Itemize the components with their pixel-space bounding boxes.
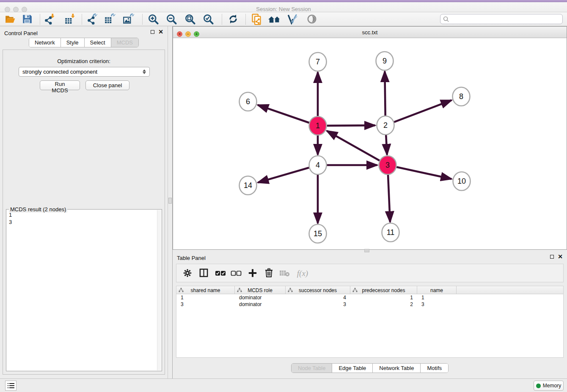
- create-column-button[interactable]: [247, 268, 259, 279]
- result-scrollbar[interactable]: [157, 210, 161, 370]
- table-row[interactable]: 3dominator323: [176, 301, 563, 308]
- cell-successor-nodes[interactable]: 4: [286, 294, 350, 301]
- edge-3-11[interactable]: [388, 174, 390, 222]
- function-builder-button[interactable]: f(x): [294, 268, 311, 279]
- column-header-name[interactable]: name: [417, 286, 457, 294]
- zoom-selected-button[interactable]: [202, 14, 214, 25]
- list-icon: [8, 383, 14, 389]
- cell-shared-name[interactable]: 1: [176, 294, 235, 301]
- network-window-titlebar: ×−+ scc.txt: [173, 27, 567, 38]
- node-14[interactable]: 14: [239, 176, 257, 195]
- export-network-button[interactable]: [86, 14, 98, 25]
- task-history-button[interactable]: [5, 381, 17, 391]
- cell-predecessor-nodes[interactable]: 2: [350, 301, 417, 308]
- run-mcds-button[interactable]: Run MCDS: [40, 80, 80, 90]
- cell-name[interactable]: 3: [417, 301, 457, 308]
- refresh-button[interactable]: [227, 14, 239, 25]
- cell-MCDS-role[interactable]: dominator: [235, 294, 286, 301]
- table-settings-button[interactable]: [182, 268, 193, 279]
- network-graph[interactable]: 7968124314101511: [173, 38, 567, 249]
- node-11[interactable]: 11: [382, 223, 399, 242]
- node-9[interactable]: 9: [376, 52, 394, 70]
- edge-2-3[interactable]: [386, 134, 387, 155]
- column-header-MCDS-role[interactable]: MCDS role: [235, 286, 286, 294]
- zoom-in-button[interactable]: [147, 14, 159, 25]
- mcds-result-title: MCDS result (2 nodes): [9, 206, 67, 213]
- edge-1-2[interactable]: [327, 125, 375, 126]
- table-body: 1dominator4113dominator323: [176, 294, 563, 308]
- node-15[interactable]: 15: [309, 224, 327, 243]
- delete-column-button[interactable]: [263, 268, 275, 279]
- svg-text:8: 8: [459, 92, 463, 101]
- zoom-out-button[interactable]: [165, 14, 177, 25]
- mcds-result-list: 1 3: [9, 211, 12, 226]
- tab-network-table[interactable]: Network Table: [373, 364, 421, 373]
- export-image-button[interactable]: [123, 14, 135, 25]
- tab-motifs[interactable]: Motifs: [421, 364, 448, 373]
- search-field[interactable]: [440, 14, 563, 24]
- edge-2-9[interactable]: [385, 71, 385, 116]
- tab-node-table[interactable]: Node Table: [292, 364, 333, 373]
- edge-3-1[interactable]: [327, 131, 380, 160]
- tab-select[interactable]: Select: [85, 38, 111, 47]
- node-4[interactable]: 4: [309, 156, 327, 174]
- zoom-in-icon: [148, 14, 159, 25]
- edge-3-10[interactable]: [396, 167, 451, 179]
- tab-style[interactable]: Style: [61, 38, 85, 47]
- optimization-criterion-select[interactable]: strongly connected component: [19, 67, 150, 77]
- show-columns-button[interactable]: [198, 268, 209, 279]
- select-all-columns-button[interactable]: [215, 268, 226, 279]
- node-8[interactable]: 8: [453, 87, 470, 106]
- float-panel-icon[interactable]: [151, 30, 154, 34]
- network-overview-button[interactable]: [267, 14, 282, 25]
- table-panel-window-buttons: ✕: [550, 255, 563, 259]
- vizmapper-button[interactable]: [286, 14, 298, 25]
- export-table-button[interactable]: [104, 14, 116, 25]
- vertical-splitter-grip[interactable]: [168, 198, 172, 204]
- cell-MCDS-role[interactable]: dominator: [235, 301, 286, 308]
- memory-button[interactable]: Memory: [534, 381, 564, 391]
- cell-shared-name[interactable]: 3: [176, 301, 235, 308]
- node-2[interactable]: 2: [377, 116, 394, 135]
- cell-name[interactable]: 1: [417, 294, 457, 301]
- column-header-shared-name[interactable]: shared name: [176, 286, 235, 294]
- horizontal-splitter-grip[interactable]: [364, 249, 369, 252]
- edge-2-8[interactable]: [394, 100, 451, 122]
- node-7[interactable]: 7: [309, 52, 327, 71]
- tab-mcds[interactable]: MCDS: [111, 38, 138, 47]
- column-type-icon: [288, 288, 293, 293]
- close-panel-button[interactable]: Close panel: [85, 80, 129, 90]
- node-table[interactable]: shared nameMCDS rolesuccessor nodesprede…: [176, 286, 564, 358]
- node-10[interactable]: 10: [453, 172, 471, 190]
- svg-text:14: 14: [244, 181, 252, 190]
- cell-successor-nodes[interactable]: 3: [286, 301, 350, 308]
- unchecked-boxes-icon: [231, 270, 242, 276]
- node-6[interactable]: 6: [239, 92, 257, 111]
- node-3[interactable]: 3: [379, 156, 396, 174]
- unselect-all-columns-button[interactable]: [230, 268, 242, 279]
- edge-4-14[interactable]: [258, 168, 309, 182]
- column-header-successor-nodes[interactable]: successor nodes: [286, 286, 350, 294]
- close-table-panel-icon[interactable]: ✕: [558, 255, 563, 259]
- search-input[interactable]: [451, 16, 559, 22]
- column-header-label: MCDS role: [248, 287, 272, 293]
- table-row[interactable]: 1dominator411: [176, 294, 563, 301]
- tab-edge-table[interactable]: Edge Table: [332, 364, 373, 373]
- float-table-panel-icon[interactable]: [550, 255, 554, 259]
- vizmapper-icon: [286, 14, 298, 25]
- import-network-button[interactable]: [44, 14, 55, 25]
- manage-networks-button[interactable]: [250, 14, 262, 25]
- open-session-button[interactable]: [4, 14, 16, 25]
- tab-network[interactable]: Network: [29, 38, 61, 47]
- node-1[interactable]: 1: [309, 116, 327, 135]
- save-session-button[interactable]: [21, 14, 33, 25]
- zoom-fit-button[interactable]: [184, 14, 196, 25]
- cell-predecessor-nodes[interactable]: 1: [350, 294, 417, 301]
- toolbar-separator: [222, 14, 222, 25]
- column-header-predecessor-nodes[interactable]: predecessor nodes: [350, 286, 417, 294]
- import-table-button[interactable]: [64, 14, 76, 25]
- close-panel-icon[interactable]: ✕: [158, 30, 163, 34]
- toggle-view-button[interactable]: [306, 14, 318, 25]
- edge-1-6[interactable]: [258, 105, 309, 123]
- delete-table-button[interactable]: [278, 268, 290, 279]
